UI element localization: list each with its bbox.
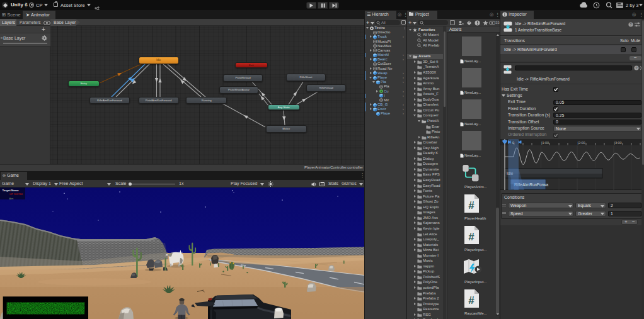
svg-text:|3:00: |3:00	[614, 141, 622, 145]
svg-text:Aim: Aim	[9, 197, 14, 200]
svg-text:#: #	[468, 231, 474, 243]
svg-text:HP 100/100: HP 100/100	[9, 193, 23, 196]
svg-text:|1:00: |1:00	[541, 141, 549, 145]
svg-text:#: #	[468, 199, 474, 211]
svg-text:|2:00: |2:00	[578, 141, 585, 145]
svg-text:#: #	[468, 294, 474, 306]
svg-text:Target Name: Target Name	[3, 189, 20, 192]
svg-text:0: 0	[512, 141, 514, 145]
